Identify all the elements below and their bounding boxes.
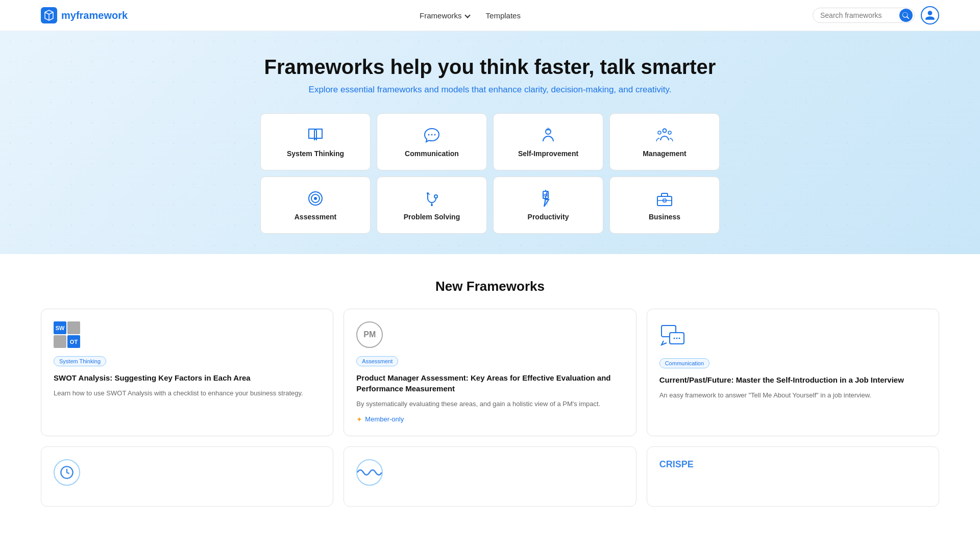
stethoscope-icon	[423, 189, 441, 208]
hero-title: Frameworks help you think faster, talk s…	[41, 56, 939, 79]
pm-icon: PM	[356, 321, 623, 348]
nav-right	[813, 6, 939, 24]
logo-icon	[41, 7, 57, 23]
new-frameworks-title: New Frameworks	[41, 279, 939, 294]
category-management[interactable]: Management	[609, 113, 720, 170]
svg-point-19	[676, 338, 677, 339]
svg-point-2	[431, 134, 433, 136]
comm-card-icon	[659, 321, 926, 350]
pm-title: Product Manager Assessment: Key Areas fo…	[356, 372, 623, 394]
nav-templates[interactable]: Templates	[486, 11, 521, 20]
svg-point-18	[673, 338, 675, 339]
fw-card-pm[interactable]: PM Assessment Product Manager Assessment…	[344, 309, 636, 436]
main-content: New Frameworks SW OT System Thinking SWO…	[0, 254, 980, 541]
team-icon	[655, 126, 674, 144]
category-productivity[interactable]: Productivity	[493, 177, 603, 234]
fw-card-cpf[interactable]: Communication Current/Past/Future: Maste…	[647, 309, 939, 436]
pm-desc: By systematically evaluating these areas…	[356, 399, 623, 409]
search-wrap	[813, 8, 915, 23]
svg-point-12	[431, 204, 433, 206]
svg-point-5	[663, 129, 667, 133]
category-self-improvement-label: Self-Improvement	[518, 149, 578, 158]
category-communication[interactable]: Communication	[377, 113, 487, 170]
pm-badge: Assessment	[356, 356, 398, 366]
user-avatar[interactable]	[921, 6, 939, 24]
cpf-desc: An easy framework to answer "Tell Me Abo…	[659, 390, 926, 400]
category-system-thinking-label: System Thinking	[287, 149, 344, 158]
category-grid: System Thinking Communication Self-Impro…	[260, 113, 720, 234]
search-button[interactable]	[899, 9, 913, 22]
partial-icon-1	[54, 459, 321, 486]
partial-frameworks-grid: CRISPE	[41, 446, 939, 507]
svg-rect-14	[657, 196, 672, 206]
hero-section: Frameworks help you think faster, talk s…	[0, 31, 980, 254]
svg-point-1	[428, 134, 430, 136]
category-assessment-label: Assessment	[295, 213, 337, 221]
member-only-badge: ✦ Member-only	[356, 415, 623, 423]
swot-title: SWOT Analysis: Suggesting Key Factors in…	[54, 372, 321, 383]
swot-badge: System Thinking	[54, 356, 106, 366]
frameworks-grid: SW OT System Thinking SWOT Analysis: Sug…	[41, 309, 939, 436]
fw-card-partial-2[interactable]	[344, 446, 636, 507]
briefcase-icon	[655, 189, 674, 208]
nav-frameworks[interactable]: Frameworks	[420, 11, 470, 20]
cpf-title: Current/Past/Future: Master the Self-Int…	[659, 374, 926, 385]
logo[interactable]: myframework	[41, 7, 128, 23]
svg-point-20	[678, 338, 680, 339]
category-problem-solving[interactable]: Problem Solving	[377, 177, 487, 234]
member-only-label: Member-only	[365, 415, 404, 423]
svg-point-6	[658, 131, 661, 134]
swot-desc: Learn how to use SWOT Analysis with a ch…	[54, 388, 321, 398]
fw-card-partial-3[interactable]: CRISPE	[647, 446, 939, 507]
search-icon	[902, 12, 909, 19]
partial-icon-2	[356, 459, 623, 486]
crispe-label: CRISPE	[659, 459, 694, 469]
category-business-label: Business	[649, 213, 680, 221]
category-self-improvement[interactable]: Self-Improvement	[493, 113, 603, 170]
partial-icon-3: CRISPE	[659, 459, 926, 470]
category-management-label: Management	[643, 149, 687, 158]
cpf-badge: Communication	[659, 358, 709, 368]
category-system-thinking[interactable]: System Thinking	[260, 113, 371, 170]
fw-card-swot[interactable]: SW OT System Thinking SWOT Analysis: Sug…	[41, 309, 333, 436]
member-star-icon: ✦	[356, 415, 362, 423]
category-assessment[interactable]: Assessment	[260, 177, 371, 234]
svg-point-11	[434, 195, 437, 198]
svg-point-3	[434, 134, 436, 136]
dropdown-arrow	[464, 12, 470, 18]
target-icon	[306, 189, 325, 208]
user-icon	[924, 10, 936, 21]
nav-links: Frameworks Templates	[420, 11, 521, 20]
category-communication-label: Communication	[405, 149, 459, 158]
category-productivity-label: Productivity	[528, 213, 569, 221]
chat-icon	[423, 126, 441, 144]
bolt-icon	[539, 189, 557, 208]
category-business[interactable]: Business	[609, 177, 720, 234]
svg-point-7	[668, 131, 671, 134]
logo-text: myframework	[61, 10, 128, 21]
swot-icon: SW OT	[54, 321, 321, 348]
hero-subtitle: Explore essential frameworks and models …	[41, 85, 939, 95]
category-problem-solving-label: Problem Solving	[404, 213, 460, 221]
book-icon	[306, 126, 325, 144]
svg-point-10	[314, 197, 317, 200]
person-star-icon	[539, 126, 557, 144]
fw-card-partial-1[interactable]	[41, 446, 333, 507]
